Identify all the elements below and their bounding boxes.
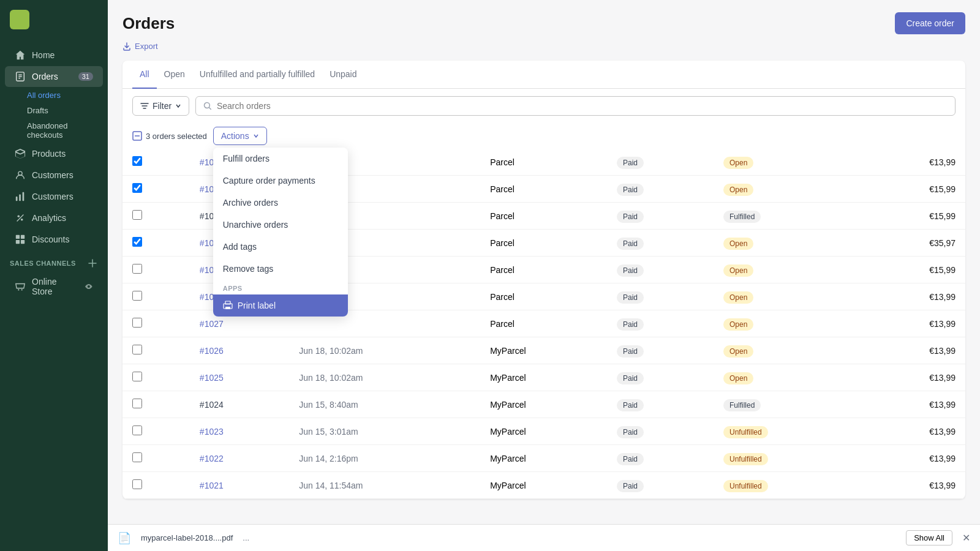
order-date: Jun 18, 10:02am	[289, 364, 480, 391]
row-checkbox[interactable]	[132, 399, 142, 408]
sidebar-item-analytics[interactable]: Customers	[5, 186, 103, 207]
row-checkbox[interactable]	[132, 210, 142, 220]
svg-point-9	[21, 219, 23, 221]
sidebar-item-customers-label: Customers	[32, 170, 74, 180]
sidebar-item-orders[interactable]: Orders 31	[5, 66, 103, 87]
row-checkbox[interactable]	[132, 237, 142, 247]
row-checkbox[interactable]	[132, 264, 142, 274]
order-link[interactable]: #1022	[200, 454, 224, 463]
subnav-abandoned[interactable]: Abandoned checkouts	[27, 118, 108, 143]
row-checkbox[interactable]	[132, 452, 142, 462]
filter-label: Filter	[153, 101, 172, 111]
page-header: Orders Create order	[123, 12, 965, 34]
row-checkbox[interactable]	[132, 291, 142, 301]
order-link[interactable]: #1025	[200, 373, 224, 383]
bulk-action-bar: 3 orders selected Actions Fulfill orders…	[123, 123, 965, 149]
order-payment: Paid	[607, 283, 714, 310]
bottom-bar: 📄 myparcel-label-2018....pdf ... Show Al…	[108, 524, 980, 551]
sidebar-item-discounts[interactable]: Analytics	[5, 208, 103, 228]
row-checkbox[interactable]	[132, 372, 142, 381]
products-icon	[15, 148, 26, 159]
order-channel: Parcel	[480, 283, 607, 310]
svg-point-16	[21, 289, 23, 290]
order-status: Unfulfilled	[714, 418, 861, 445]
sidebar-item-home-label: Home	[32, 50, 55, 60]
close-download-bar-button[interactable]: ✕	[962, 532, 970, 544]
order-tabs: All Open Unfulfilled and partially fulfi…	[123, 61, 965, 89]
sidebar-item-products[interactable]: Products	[5, 143, 103, 164]
tab-all[interactable]: All	[132, 61, 157, 89]
online-store-icon	[15, 281, 26, 292]
chevron-down-icon	[175, 103, 181, 109]
action-fulfill[interactable]: Fulfill orders	[213, 148, 348, 170]
add-sales-channel-button[interactable]	[87, 258, 98, 269]
order-payment: Paid	[607, 310, 714, 337]
selected-count-label: 3 orders selected	[132, 131, 207, 141]
create-order-button[interactable]: Create order	[895, 12, 965, 34]
order-status: Fulfilled	[714, 391, 861, 418]
order-channel: MyParcel	[480, 337, 607, 364]
row-checkbox[interactable]	[132, 425, 142, 435]
export-label: Export	[135, 42, 158, 51]
sidebar-logo	[0, 0, 108, 39]
sidebar-item-online-store[interactable]: Online Store	[5, 272, 103, 301]
order-amount: €35,97	[861, 230, 965, 257]
order-channel: Parcel	[480, 149, 607, 176]
subnav-all-orders[interactable]: All orders	[27, 88, 108, 103]
search-icon	[203, 102, 212, 110]
order-status: Open	[714, 283, 861, 310]
sidebar-item-products-label: Products	[32, 149, 66, 159]
logo-icon	[10, 10, 29, 29]
sales-channels-label: SALES CHANNELS	[10, 260, 76, 267]
order-amount: €15,99	[861, 176, 965, 203]
actions-dropdown: Fulfill orders Capture order payments Ar…	[213, 148, 348, 317]
row-checkbox[interactable]	[132, 183, 142, 193]
sidebar-nav: Home Orders 31 All orders Drafts Abandon…	[0, 39, 108, 551]
sidebar-item-home[interactable]: Home	[5, 45, 103, 66]
subnav-drafts[interactable]: Drafts	[27, 103, 108, 118]
actions-button[interactable]: Actions	[213, 127, 267, 145]
order-link[interactable]: #1027	[200, 319, 224, 329]
actions-dropdown-container: Actions Fulfill orders Capture order pay…	[213, 127, 267, 145]
sales-channels-section: SALES CHANNELS	[0, 250, 108, 271]
filter-button[interactable]: Filter	[132, 96, 189, 116]
checkbox-minus-icon	[132, 131, 142, 141]
apps-icon	[15, 234, 26, 245]
tab-unfulfilled[interactable]: Unfulfilled and partially fulfilled	[192, 61, 322, 89]
row-checkbox[interactable]	[132, 345, 142, 354]
svg-rect-12	[21, 235, 24, 239]
order-link[interactable]: #1026	[200, 346, 224, 356]
action-remove-tags[interactable]: Remove tags	[213, 258, 348, 280]
svg-rect-5	[16, 197, 18, 201]
action-print-label[interactable]: Print label	[213, 294, 348, 317]
row-checkbox[interactable]	[132, 318, 142, 328]
row-checkbox[interactable]	[132, 156, 142, 166]
order-payment: Paid	[607, 445, 714, 472]
order-date: Jun 15, 8:40am	[289, 391, 480, 418]
tab-unpaid[interactable]: Unpaid	[322, 61, 364, 89]
action-add-tags[interactable]: Add tags	[213, 236, 348, 258]
action-unarchive[interactable]: Unarchive orders	[213, 214, 348, 236]
svg-rect-13	[16, 240, 20, 244]
show-all-button[interactable]: Show All	[906, 530, 952, 545]
order-amount: €13,99	[861, 283, 965, 310]
actions-chevron-icon	[253, 133, 259, 139]
print-icon	[223, 301, 233, 310]
order-link[interactable]: #1023	[200, 427, 224, 437]
sidebar-item-discounts-label: Analytics	[32, 213, 66, 223]
search-input[interactable]	[217, 101, 948, 111]
sidebar-item-customers[interactable]: Customers	[5, 165, 103, 186]
order-channel: MyParcel	[480, 364, 607, 391]
order-link[interactable]: #1021	[200, 481, 224, 490]
more-options-button[interactable]: ...	[243, 533, 249, 542]
sidebar-item-orders-label: Orders	[32, 72, 58, 81]
action-capture[interactable]: Capture order payments	[213, 170, 348, 192]
row-checkbox[interactable]	[132, 479, 142, 489]
tab-open[interactable]: Open	[157, 61, 192, 89]
export-button[interactable]: Export	[123, 42, 158, 51]
sidebar-item-apps[interactable]: Discounts	[5, 229, 103, 250]
order-status: Open	[714, 337, 861, 364]
order-amount: €13,99	[861, 445, 965, 472]
action-archive[interactable]: Archive orders	[213, 192, 348, 214]
order-payment: Paid	[607, 176, 714, 203]
